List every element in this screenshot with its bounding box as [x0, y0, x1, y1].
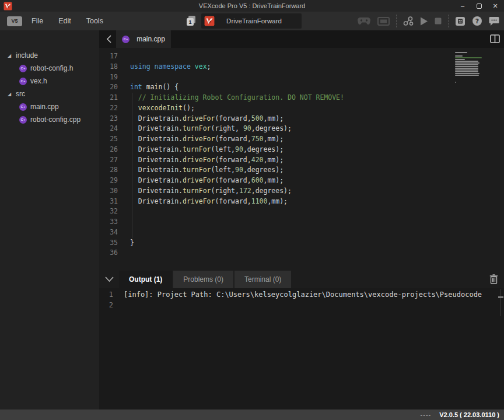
code-text: [123, 217, 130, 228]
code-line[interactable]: 33: [99, 217, 504, 228]
sidebar-item-robot-config-h[interactable]: C+robot-config.h: [0, 62, 99, 75]
sidebar-item-main-cpp[interactable]: C+main.cpp: [0, 100, 99, 113]
file-explorer: ◢includeC+robot-config.hC+vex.h◢srcC+mai…: [0, 30, 99, 410]
vexcode-window: VEXcode Pro V5 : DriveTrainForward – ✕ V…: [0, 0, 504, 420]
tree-item-label: robot-config.h: [30, 64, 73, 72]
line-number: 26: [99, 145, 123, 155]
code-line[interactable]: 22 vexcodeInit();: [99, 103, 504, 114]
output-line-number: 1: [99, 290, 118, 300]
line-number: 20: [99, 82, 123, 93]
help-icon[interactable]: ?: [472, 16, 482, 26]
code-line[interactable]: 29 Drivetrain.driveFor(forward,600,mm);: [99, 176, 504, 186]
cpp-file-icon: C+: [19, 116, 27, 124]
statusbar: ---- V2.0.5 ( 22.03.0110 ): [0, 410, 504, 420]
run-button[interactable]: [420, 17, 428, 26]
panel-tab-terminal[interactable]: Terminal (0): [235, 271, 291, 288]
v5-logo-icon[interactable]: V5: [7, 16, 22, 26]
status-connection-dashes: ----: [421, 411, 432, 418]
download-share-icon[interactable]: [403, 16, 414, 26]
code-line[interactable]: 23 Drivetrain.driveFor(forward,500,mm);: [99, 114, 504, 124]
code-text: int main() {: [123, 82, 178, 93]
brain-screen-icon[interactable]: [377, 17, 390, 26]
tab-main-cpp[interactable]: C+ main.cpp: [116, 30, 171, 48]
code-editor[interactable]: 1718using namespace vex;1920int main() {…: [99, 48, 504, 271]
code-text: using namespace vex;: [123, 62, 211, 72]
brain-slot-icon[interactable]: [455, 16, 466, 26]
project-name-box[interactable]: DriveTrainForward: [201, 13, 302, 29]
code-line[interactable]: 32: [99, 206, 504, 217]
maximize-button[interactable]: [473, 1, 485, 11]
code-line[interactable]: 20int main() {: [99, 82, 504, 93]
twistie-expanded-icon[interactable]: ◢: [8, 92, 13, 97]
code-line[interactable]: 36: [99, 248, 504, 258]
cpp-file-icon: C+: [19, 78, 27, 85]
sidebar-item-include[interactable]: ◢include: [0, 49, 99, 62]
code-line[interactable]: 27 Drivetrain.driveFor(forward,420,mm);: [99, 155, 504, 166]
menubar: V5 File Edit Tools 1 DriveTrainForward: [0, 12, 504, 30]
panel-header: Output (1)Problems (0)Terminal (0): [99, 271, 504, 288]
split-editor-icon[interactable]: [490, 34, 500, 46]
output-line-text: [info]: Project Path: C:\Users\kelseycol…: [118, 290, 482, 300]
code-line[interactable]: 34: [99, 228, 504, 238]
vex-project-logo-icon: [204, 16, 215, 26]
menu-tools[interactable]: Tools: [86, 17, 103, 25]
code-line[interactable]: 35}: [99, 238, 504, 249]
code-line[interactable]: 28 Drivetrain.turnFor(left,90,degrees);: [99, 165, 504, 176]
panel-tab-problems[interactable]: Problems (0): [173, 271, 233, 288]
menus: File Edit Tools: [32, 17, 103, 25]
output-scrollbar-track: [501, 289, 501, 316]
output-scrollbar-handle[interactable]: [498, 296, 503, 298]
line-number: 33: [99, 217, 123, 228]
close-button[interactable]: ✕: [489, 1, 502, 11]
code-text: Drivetrain.driveFor(forward,420,mm);: [123, 155, 284, 166]
code-line[interactable]: 24 Drivetrain.turnFor(right, 90,degrees)…: [99, 124, 504, 134]
feedback-icon[interactable]: [489, 16, 499, 26]
panel-tabs: Output (1)Problems (0)Terminal (0): [119, 271, 292, 288]
tree-item-label: robot-config.cpp: [30, 116, 80, 124]
minimap[interactable]: [455, 50, 482, 85]
code-text: Drivetrain.turnFor(right, 90,degrees);: [123, 124, 292, 134]
controller-icon[interactable]: [357, 17, 371, 25]
menu-file[interactable]: File: [32, 17, 43, 25]
indent-guide: [132, 93, 132, 238]
code-text: [123, 51, 130, 62]
code-line[interactable]: 18using namespace vex;: [99, 62, 504, 72]
project-name: DriveTrainForward: [215, 18, 302, 24]
stop-button[interactable]: [435, 18, 442, 24]
slot-selector[interactable]: 1: [187, 16, 197, 26]
code-text: Drivetrain.turnFor(left,90,degrees);: [123, 145, 284, 155]
code-text: vexcodeInit();: [123, 103, 195, 114]
back-button[interactable]: [103, 34, 114, 44]
output-line-number: 2: [99, 300, 118, 311]
sidebar-item-vex-h[interactable]: C+vex.h: [0, 75, 99, 88]
line-number: 17: [99, 51, 123, 62]
tree-item-label: include: [16, 51, 38, 60]
line-number: 21: [99, 93, 123, 103]
clear-output-icon[interactable]: [489, 274, 498, 286]
line-number: 29: [99, 176, 123, 186]
code-line[interactable]: 19: [99, 72, 504, 83]
code-line[interactable]: 26 Drivetrain.turnFor(left,90,degrees);: [99, 145, 504, 155]
titlebar[interactable]: VEXcode Pro V5 : DriveTrainForward – ✕: [0, 0, 504, 12]
file-tree: ◢includeC+robot-config.hC+vex.h◢srcC+mai…: [0, 30, 99, 126]
line-number: 18: [99, 62, 123, 72]
line-number: 35: [99, 238, 123, 249]
panel-tab-output[interactable]: Output (1): [119, 271, 172, 288]
code-text: [123, 228, 130, 238]
twistie-expanded-icon[interactable]: ◢: [8, 53, 13, 58]
menu-edit[interactable]: Edit: [58, 17, 71, 25]
code-text: [123, 206, 130, 217]
code-lines: 1718using namespace vex;1920int main() {…: [99, 48, 504, 258]
sidebar-item-robot-config-cpp[interactable]: C+robot-config.cpp: [0, 113, 99, 126]
output-console[interactable]: 1[info]: Project Path: C:\Users\kelseyco…: [99, 288, 504, 310]
collapse-panel-icon[interactable]: [99, 271, 119, 288]
code-line[interactable]: 25 Drivetrain.driveFor(forward,750,mm);: [99, 134, 504, 145]
code-line[interactable]: 31 Drivetrain.driveFor(forward,1100,mm);: [99, 197, 504, 207]
code-text: Drivetrain.turnFor(right,172,degrees);: [123, 186, 292, 197]
minimize-button[interactable]: –: [456, 1, 469, 11]
line-number: 19: [99, 72, 123, 83]
code-line[interactable]: 30 Drivetrain.turnFor(right,172,degrees)…: [99, 186, 504, 197]
code-line[interactable]: 21 // Initializing Robot Configuration. …: [99, 93, 504, 103]
code-line[interactable]: 17: [99, 51, 504, 62]
sidebar-item-src[interactable]: ◢src: [0, 88, 99, 100]
